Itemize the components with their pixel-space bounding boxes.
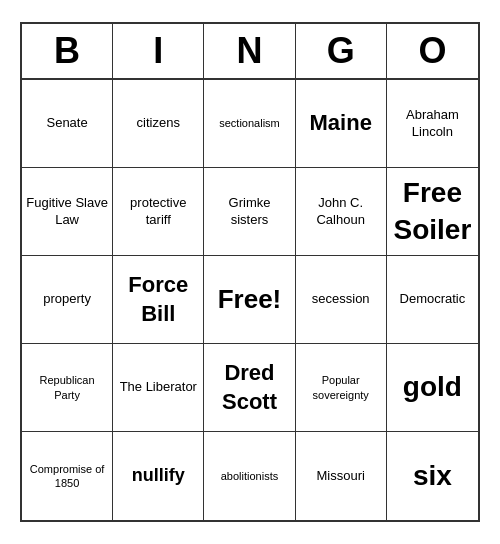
bingo-header: BINGO xyxy=(22,24,478,80)
header-letter: O xyxy=(387,24,478,78)
header-letter: I xyxy=(113,24,204,78)
bingo-cell-12: Free! xyxy=(204,256,295,344)
bingo-cell-1: citizens xyxy=(113,80,204,168)
bingo-cell-4: Abraham Lincoln xyxy=(387,80,478,168)
bingo-cell-14: Democratic xyxy=(387,256,478,344)
bingo-cell-18: Popular sovereignty xyxy=(296,344,387,432)
bingo-grid: SenatecitizenssectionalismMaineAbraham L… xyxy=(22,80,478,520)
bingo-cell-19: gold xyxy=(387,344,478,432)
bingo-cell-22: abolitionists xyxy=(204,432,295,520)
bingo-cell-0: Senate xyxy=(22,80,113,168)
bingo-cell-2: sectionalism xyxy=(204,80,295,168)
bingo-cell-17: Dred Scott xyxy=(204,344,295,432)
bingo-cell-9: Free Soiler xyxy=(387,168,478,256)
header-letter: B xyxy=(22,24,113,78)
bingo-cell-5: Fugitive Slave Law xyxy=(22,168,113,256)
header-letter: N xyxy=(204,24,295,78)
bingo-cell-15: Republican Party xyxy=(22,344,113,432)
bingo-card: BINGO SenatecitizenssectionalismMaineAbr… xyxy=(20,22,480,522)
bingo-cell-24: six xyxy=(387,432,478,520)
bingo-cell-13: secession xyxy=(296,256,387,344)
bingo-cell-7: Grimke sisters xyxy=(204,168,295,256)
bingo-cell-10: property xyxy=(22,256,113,344)
bingo-cell-20: Compromise of 1850 xyxy=(22,432,113,520)
bingo-cell-21: nullify xyxy=(113,432,204,520)
bingo-cell-11: Force Bill xyxy=(113,256,204,344)
bingo-cell-6: protective tariff xyxy=(113,168,204,256)
bingo-cell-3: Maine xyxy=(296,80,387,168)
bingo-cell-16: The Liberator xyxy=(113,344,204,432)
header-letter: G xyxy=(296,24,387,78)
bingo-cell-23: Missouri xyxy=(296,432,387,520)
bingo-cell-8: John C. Calhoun xyxy=(296,168,387,256)
